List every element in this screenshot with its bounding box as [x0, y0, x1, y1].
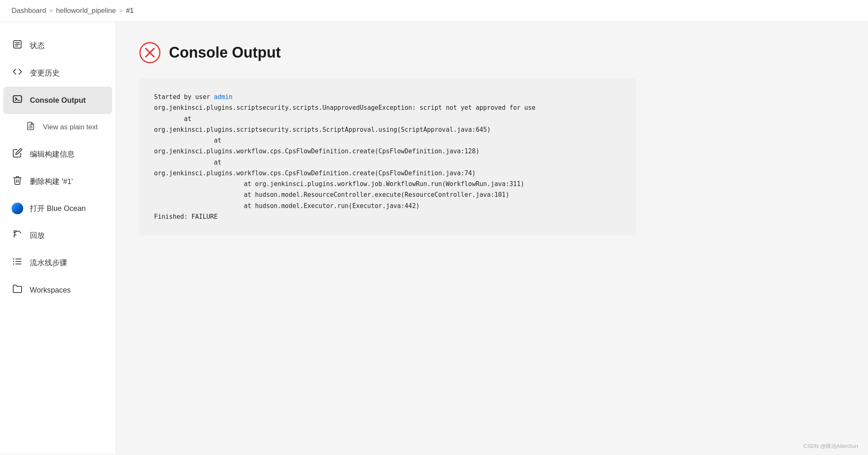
- sidebar-label-changes: 变更历史: [30, 68, 60, 78]
- sidebar-item-pipeline-steps[interactable]: 流水线步骤: [0, 249, 116, 276]
- replay-icon: [12, 229, 23, 242]
- footer-credit: CSDN @珠治AllenSun: [803, 443, 858, 450]
- sidebar-item-console-output[interactable]: Console Output: [3, 87, 112, 114]
- sidebar-label-console-output: Console Output: [30, 96, 86, 105]
- breadcrumb-sep-2: >: [119, 7, 123, 14]
- sidebar-label-status: 状态: [30, 41, 45, 51]
- sidebar-label-edit-build: 编辑构建信息: [30, 149, 75, 159]
- breadcrumb-dashboard[interactable]: Dashboard: [12, 7, 46, 15]
- sidebar-item-edit-build[interactable]: 编辑构建信息: [0, 140, 116, 168]
- console-icon: [12, 94, 23, 106]
- breadcrumb: Dashboard > helloworld_pipeline > #1: [0, 0, 868, 22]
- sidebar-label-delete-build: 删除构建 '#1': [30, 177, 73, 186]
- status-icon: [12, 39, 23, 52]
- console-link-admin[interactable]: admin: [214, 93, 233, 101]
- sidebar-item-status[interactable]: 状态: [0, 32, 116, 59]
- sidebar-item-delete-build[interactable]: 删除构建 '#1': [0, 168, 116, 195]
- main-layout: 状态 变更历史 Console Output: [0, 22, 868, 454]
- sidebar-label-view-plain-text: View as plain text: [43, 123, 98, 131]
- sidebar-item-blue-ocean[interactable]: 打开 Blue Ocean: [0, 195, 116, 222]
- sidebar-label-pipeline-steps: 流水线步骤: [30, 258, 67, 268]
- sidebar-item-changes[interactable]: 变更历史: [0, 59, 116, 87]
- svg-point-13: [13, 261, 14, 262]
- error-circle-icon: [139, 42, 161, 63]
- pipeline-steps-icon: [12, 257, 23, 269]
- svg-point-14: [13, 264, 14, 265]
- breadcrumb-build: #1: [126, 7, 134, 15]
- workspaces-icon: [12, 284, 23, 296]
- plain-text-icon: [25, 121, 36, 133]
- sidebar-label-workspaces: Workspaces: [30, 286, 71, 295]
- page-title: Console Output: [169, 44, 281, 61]
- sidebar-item-workspaces[interactable]: Workspaces: [0, 276, 116, 304]
- sidebar-item-view-plain-text[interactable]: View as plain text: [0, 114, 116, 140]
- svg-point-12: [13, 259, 14, 260]
- sidebar-item-replay[interactable]: 回放: [0, 222, 116, 249]
- content-area: Console Output Started by user admin org…: [116, 22, 868, 454]
- console-text-started: Started by user: [154, 93, 214, 101]
- console-output-box: Started by user admin org.jenkinsci.plug…: [139, 78, 636, 235]
- console-text-body: org.jenkinsci.plugins.scriptsecurity.scr…: [154, 104, 535, 220]
- sidebar: 状态 变更历史 Console Output: [0, 22, 116, 454]
- breadcrumb-pipeline[interactable]: helloworld_pipeline: [56, 7, 116, 15]
- changes-icon: [12, 67, 23, 79]
- edit-icon: [12, 148, 23, 160]
- blue-ocean-icon: [12, 203, 23, 214]
- sidebar-label-replay: 回放: [30, 230, 45, 240]
- breadcrumb-sep-1: >: [49, 7, 53, 14]
- sidebar-label-blue-ocean: 打开 Blue Ocean: [30, 203, 86, 213]
- delete-icon: [12, 175, 23, 188]
- page-title-row: Console Output: [139, 42, 845, 63]
